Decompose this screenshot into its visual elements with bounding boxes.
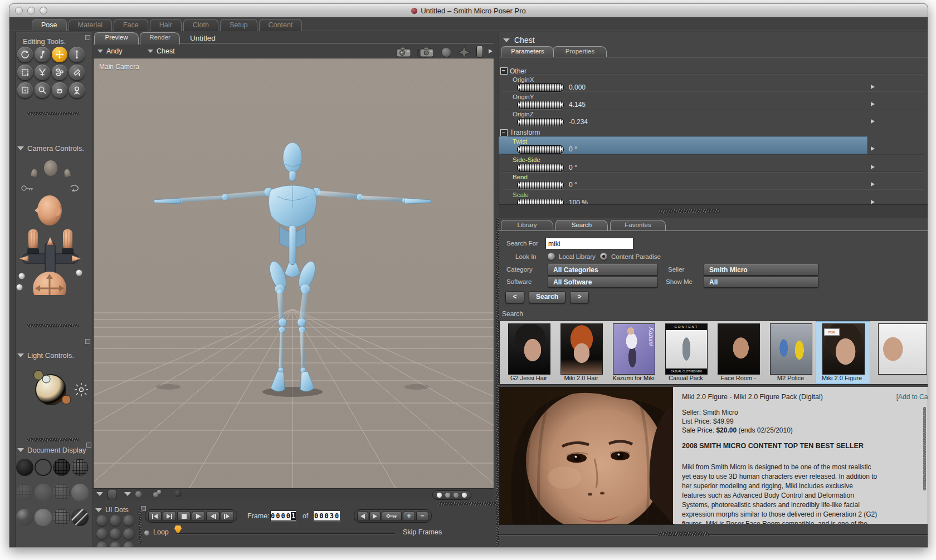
pager-dot-4[interactable]: [462, 493, 467, 498]
search-input[interactable]: [545, 238, 633, 249]
document-display-collapse-icon[interactable]: [17, 448, 24, 452]
actor-dropdown[interactable]: Andy: [98, 47, 123, 55]
local-library-radio[interactable]: [548, 253, 555, 260]
tab-favorites[interactable]: Favorites: [610, 220, 666, 231]
tracking-menu-icon[interactable]: [124, 492, 131, 496]
group-tool-button[interactable]: [17, 82, 33, 98]
ui-dot-9[interactable]: [123, 542, 134, 547]
translate-tool-button[interactable]: [52, 47, 67, 62]
display-mode-smooth-shaded[interactable]: [71, 484, 89, 501]
play-button[interactable]: [192, 512, 205, 521]
ui-dot-7[interactable]: [96, 542, 108, 547]
stop-button[interactable]: [177, 512, 191, 521]
ui-dot-8[interactable]: [110, 542, 121, 547]
results-scroll-handle[interactable]: [658, 532, 709, 536]
result-thumb-4[interactable]: CONTENT CASUAL CLOTHES MIKI: [665, 323, 708, 375]
doc-window-icon[interactable]: [108, 490, 117, 499]
tab-preview[interactable]: Preview: [94, 32, 139, 45]
depth-cue-ball-icon[interactable]: [442, 48, 451, 57]
originy-value[interactable]: 4.145: [569, 101, 586, 109]
bend-dial[interactable]: [517, 181, 564, 189]
tab-library[interactable]: Library: [501, 220, 553, 231]
result-thumb-7[interactable]: miki: [822, 323, 865, 375]
docdisplay-panel-widget-icon[interactable]: [86, 443, 91, 448]
twist-value[interactable]: 0 °: [569, 145, 577, 153]
content-paradise-option-label[interactable]: Content Paradise: [611, 253, 661, 260]
ui-dots-widget-icon[interactable]: [141, 506, 146, 511]
tab-cloth[interactable]: Cloth: [183, 19, 218, 31]
viewport[interactable]: Main Camera: [93, 58, 494, 489]
scale-value[interactable]: 100 %: [569, 199, 588, 204]
originz-dial[interactable]: [517, 118, 564, 126]
morph-tool-button[interactable]: [52, 65, 67, 80]
twist-tool-button[interactable]: [35, 47, 50, 62]
light-panel-widget-icon[interactable]: [85, 339, 90, 344]
color-tool-button[interactable]: [69, 65, 85, 80]
content-paradise-radio[interactable]: [600, 253, 607, 260]
result-thumb-8[interactable]: [878, 323, 927, 375]
tab-pose[interactable]: Pose: [32, 19, 67, 31]
tab-setup[interactable]: Setup: [220, 19, 257, 31]
display-mode-wireframe[interactable]: [53, 459, 70, 476]
display-mode-flat-lined[interactable]: [53, 484, 70, 501]
posing-camera-icon[interactable]: [417, 47, 434, 58]
originz-row-arrow[interactable]: [871, 119, 875, 124]
sidebar-divider-handle-2[interactable]: [27, 324, 79, 327]
display-mode-lit-wireframe[interactable]: [71, 459, 89, 476]
light-controls-collapse-icon[interactable]: [17, 353, 24, 357]
display-mode-smooth-lined[interactable]: [35, 509, 52, 526]
zoom-tool-button[interactable]: [35, 82, 50, 98]
add-keyframe-button[interactable]: +: [403, 512, 415, 521]
result-thumb-2[interactable]: [560, 323, 603, 375]
scale-tool-button[interactable]: [17, 65, 33, 80]
ui-dot-3[interactable]: [123, 515, 134, 526]
result-miki-20-hair[interactable]: Miki 2.0 Hair: [555, 321, 607, 384]
result-kazumi-for-miki[interactable]: Kazumi Kazumi for Miki: [607, 321, 660, 384]
display-mode-cartoon[interactable]: [16, 509, 33, 526]
sideside-row-arrow[interactable]: [871, 165, 875, 169]
window-titlebar[interactable]: Untitled – Smith Micro Poser Pro: [9, 4, 928, 18]
rotate-tool-button[interactable]: [17, 47, 33, 62]
search-button[interactable]: Search: [529, 291, 566, 303]
bend-row-arrow[interactable]: [871, 182, 875, 186]
display-mode-texture-wire[interactable]: [53, 509, 70, 526]
depth-ball-icon[interactable]: [174, 490, 182, 497]
originy-row-arrow[interactable]: [871, 102, 875, 106]
display-mode-silhouette[interactable]: [16, 459, 33, 476]
result-thumb-6[interactable]: [770, 323, 812, 375]
pager-dot-2[interactable]: [445, 493, 450, 498]
result-thumb-1[interactable]: [508, 323, 550, 375]
anim-left-divider[interactable]: [139, 509, 142, 544]
edit-keyframes-button[interactable]: [382, 512, 402, 521]
sideside-value[interactable]: 0 °: [569, 164, 577, 171]
prev-keyframe-button[interactable]: [357, 512, 368, 521]
bend-value[interactable]: 0 °: [569, 181, 577, 189]
result-thumb-5[interactable]: [718, 323, 760, 375]
first-frame-button[interactable]: [148, 512, 162, 521]
result-thumb-3[interactable]: Kazumi: [613, 323, 655, 375]
originz-value[interactable]: -0.234: [569, 118, 588, 126]
detail-scrollbar[interactable]: [923, 407, 926, 490]
next-page-button[interactable]: >: [570, 291, 589, 303]
tab-parameters[interactable]: Parameters: [501, 46, 554, 57]
transform-group-collapse-icon[interactable]: [500, 129, 508, 136]
current-frame-counter[interactable]: 00001: [270, 510, 296, 521]
originx-value[interactable]: 0.000: [569, 83, 586, 91]
doc-window-menu-icon[interactable]: [96, 492, 103, 496]
scale-dial[interactable]: [517, 199, 564, 204]
last-frame-button[interactable]: [163, 512, 176, 521]
display-style-pager[interactable]: [432, 490, 471, 500]
display-mode-flat-shaded[interactable]: [35, 484, 52, 501]
hand-capsule-icon[interactable]: [476, 45, 483, 58]
software-dropdown[interactable]: All Software: [548, 276, 658, 288]
translate-in-out-tool-button[interactable]: [69, 47, 85, 62]
tracking-ball-icon[interactable]: [135, 491, 142, 497]
tab-properties[interactable]: Properties: [553, 46, 607, 57]
scale-row-arrow[interactable]: [871, 200, 875, 204]
show-me-dropdown[interactable]: All: [704, 276, 818, 288]
ui-dot-5[interactable]: [110, 528, 121, 539]
camera-controls-widget[interactable]: [14, 159, 87, 295]
library-divider-handle[interactable]: [659, 209, 720, 213]
step-forward-button[interactable]: [221, 512, 234, 521]
tab-render[interactable]: Render: [140, 32, 180, 45]
